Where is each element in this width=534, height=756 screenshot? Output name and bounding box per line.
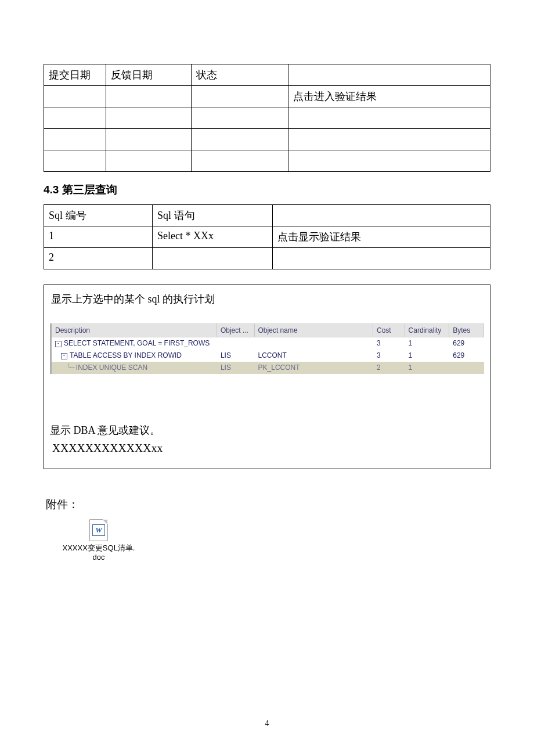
attachment-filename-line1: XXXXX变更SQL清单. bbox=[44, 543, 154, 553]
plan-th-cardinality: Cardinality bbox=[405, 324, 449, 337]
section-heading-4-3: 4.3 第三层查询 bbox=[44, 182, 490, 197]
plan-th-object-name: Object name bbox=[254, 324, 373, 337]
page-number: 4 bbox=[0, 719, 534, 728]
submission-status-table: 提交日期 反馈日期 状态 点击进入验证结果 bbox=[44, 64, 490, 172]
th-action bbox=[288, 64, 490, 86]
plan-th-cost: Cost bbox=[373, 324, 405, 337]
plan-cell-desc: └─ INDEX UNIQUE SCAN bbox=[51, 362, 217, 374]
plan-row[interactable]: -TABLE ACCESS BY INDEX ROWID LIS LCCONT … bbox=[51, 350, 484, 362]
sql-query-table: Sql 编号 Sql 语句 1 Select * XXx 点击显示验证结果 2 bbox=[44, 204, 490, 269]
word-doc-icon: W bbox=[89, 519, 108, 541]
table-row: 1 Select * XXx 点击显示验证结果 bbox=[44, 226, 490, 248]
table-header-row: Sql 编号 Sql 语句 bbox=[44, 205, 490, 226]
table-row: 点击进入验证结果 bbox=[44, 86, 490, 107]
enter-verification-link[interactable]: 点击进入验证结果 bbox=[288, 86, 490, 107]
th-sql-id: Sql 编号 bbox=[44, 205, 153, 226]
attachment-label: 附件： bbox=[46, 497, 490, 512]
show-verification-link[interactable]: 点击显示验证结果 bbox=[273, 226, 490, 248]
plan-cell-desc: -TABLE ACCESS BY INDEX ROWID bbox=[51, 350, 217, 362]
plan-row-selected[interactable]: └─ INDEX UNIQUE SCAN LIS PK_LCCONT 2 1 bbox=[51, 362, 484, 374]
tree-leaf-icon: └─ bbox=[67, 363, 74, 372]
plan-header-row: Description Object ... Object name Cost … bbox=[51, 324, 484, 337]
dba-comment-label: 显示 DBA 意见或建议。 bbox=[50, 423, 484, 437]
th-sql-stmt: Sql 语句 bbox=[153, 205, 273, 226]
plan-row[interactable]: -SELECT STATEMENT, GOAL = FIRST_ROWS 3 1… bbox=[51, 337, 484, 350]
th-submit-date: 提交日期 bbox=[44, 64, 106, 86]
th-feedback-date: 反馈日期 bbox=[106, 64, 192, 86]
th-status: 状态 bbox=[192, 64, 288, 86]
attachment-filename-line2: doc bbox=[44, 553, 154, 562]
table-row bbox=[44, 107, 490, 129]
tree-collapse-icon[interactable]: - bbox=[55, 341, 62, 347]
table-row bbox=[44, 150, 490, 172]
dba-comment-text: XXXXXXXXXXXXxx bbox=[52, 442, 484, 455]
table-header-row: 提交日期 反馈日期 状态 bbox=[44, 64, 490, 86]
execution-plan-table: Description Object ... Object name Cost … bbox=[50, 323, 484, 374]
tree-collapse-icon[interactable]: - bbox=[61, 353, 67, 359]
plan-th-bytes: Bytes bbox=[449, 324, 484, 337]
table-row: 2 bbox=[44, 248, 490, 269]
th-sql-action bbox=[273, 205, 490, 226]
plan-cell-desc: -SELECT STATEMENT, GOAL = FIRST_ROWS bbox=[51, 337, 217, 350]
dba-comment-block: 显示 DBA 意见或建议。 XXXXXXXXXXXXxx bbox=[50, 423, 484, 455]
plan-th-object: Object ... bbox=[217, 324, 254, 337]
table-row bbox=[44, 129, 490, 150]
plan-th-description: Description bbox=[51, 324, 217, 337]
execution-plan-panel: 显示上方选中的某个 sql 的执行计划 Description Object .… bbox=[44, 285, 490, 469]
execution-plan-title: 显示上方选中的某个 sql 的执行计划 bbox=[51, 292, 484, 306]
attachment-file[interactable]: W XXXXX变更SQL清单. doc bbox=[44, 519, 154, 563]
